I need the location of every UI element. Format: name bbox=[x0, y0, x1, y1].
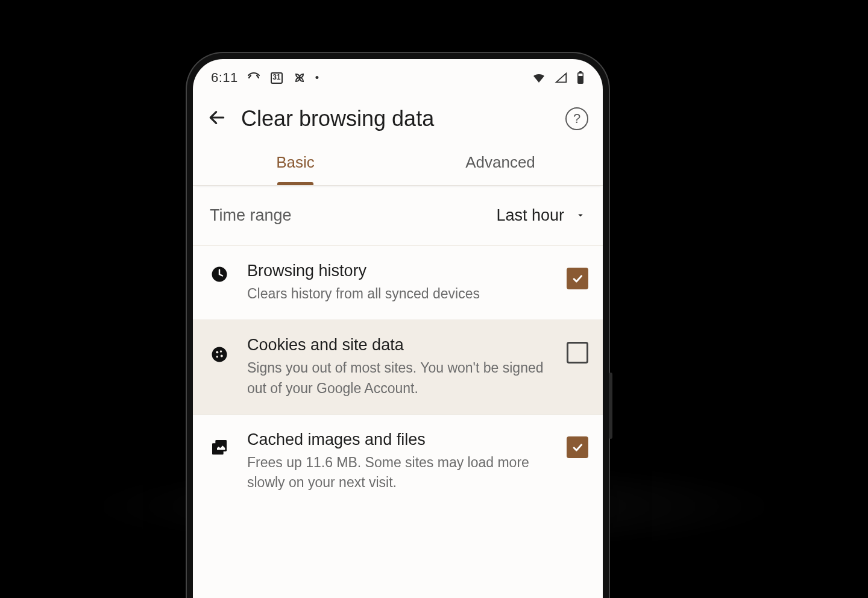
option-subtitle: Frees up 11.6 MB. Some sites may load mo… bbox=[247, 453, 557, 493]
checkbox-cookies[interactable] bbox=[567, 342, 588, 364]
svg-rect-2 bbox=[579, 71, 582, 73]
tab-basic[interactable]: Basic bbox=[193, 141, 398, 185]
svg-point-10 bbox=[221, 355, 223, 357]
status-right bbox=[532, 71, 585, 85]
time-range-dropdown[interactable]: Last hour bbox=[496, 206, 586, 225]
svg-rect-3 bbox=[579, 74, 583, 76]
battery-icon bbox=[576, 71, 585, 85]
time-range-label: Time range bbox=[210, 206, 292, 225]
option-cookies[interactable]: Cookies and site data Signs you out of m… bbox=[193, 320, 603, 415]
option-title: Cookies and site data bbox=[247, 336, 557, 354]
app-bar: Clear browsing data ? bbox=[193, 94, 603, 141]
phone-side-button bbox=[609, 373, 612, 439]
tabs: Basic Advanced bbox=[193, 141, 603, 186]
option-subtitle: Signs you out of most sites. You won't b… bbox=[247, 358, 557, 398]
status-time: 6:11 bbox=[211, 70, 238, 86]
option-title: Cached images and files bbox=[247, 430, 557, 449]
cookie-icon bbox=[207, 345, 231, 364]
chevron-down-icon bbox=[575, 206, 586, 225]
option-browsing-history[interactable]: Browsing history Clears history from all… bbox=[193, 246, 603, 320]
checkbox-cache[interactable] bbox=[567, 436, 588, 458]
option-cache[interactable]: Cached images and files Frees up 11.6 MB… bbox=[193, 415, 603, 509]
svg-point-9 bbox=[216, 356, 219, 358]
time-range-value: Last hour bbox=[496, 206, 564, 225]
phone-frame: 6:11 31 • bbox=[187, 53, 609, 598]
clock-icon bbox=[207, 265, 231, 283]
more-dot-icon: • bbox=[315, 72, 319, 84]
svg-point-8 bbox=[220, 351, 222, 353]
svg-point-6 bbox=[212, 347, 227, 362]
status-left: 6:11 31 • bbox=[211, 70, 319, 86]
time-range-row[interactable]: Time range Last hour bbox=[193, 186, 603, 246]
svg-point-7 bbox=[216, 351, 218, 354]
checkbox-browsing-history[interactable] bbox=[567, 268, 588, 289]
help-button[interactable]: ? bbox=[565, 107, 588, 130]
page-title: Clear browsing data bbox=[241, 106, 565, 131]
cell-signal-icon bbox=[555, 71, 568, 84]
option-subtitle: Clears history from all synced devices bbox=[247, 284, 557, 304]
image-stack-icon bbox=[207, 438, 231, 457]
calendar-day: 31 bbox=[269, 73, 284, 81]
calendar-icon: 31 bbox=[269, 71, 284, 85]
missed-call-icon bbox=[247, 71, 261, 85]
wifi-icon bbox=[532, 71, 546, 85]
status-bar: 6:11 31 • bbox=[193, 59, 603, 94]
option-title: Browsing history bbox=[247, 262, 557, 280]
pinwheel-icon bbox=[292, 71, 307, 85]
tab-advanced-label: Advanced bbox=[465, 153, 535, 171]
tab-basic-label: Basic bbox=[276, 153, 315, 171]
tab-advanced[interactable]: Advanced bbox=[398, 141, 603, 185]
back-button[interactable] bbox=[207, 108, 227, 130]
phone-screen: 6:11 31 • bbox=[193, 59, 603, 598]
